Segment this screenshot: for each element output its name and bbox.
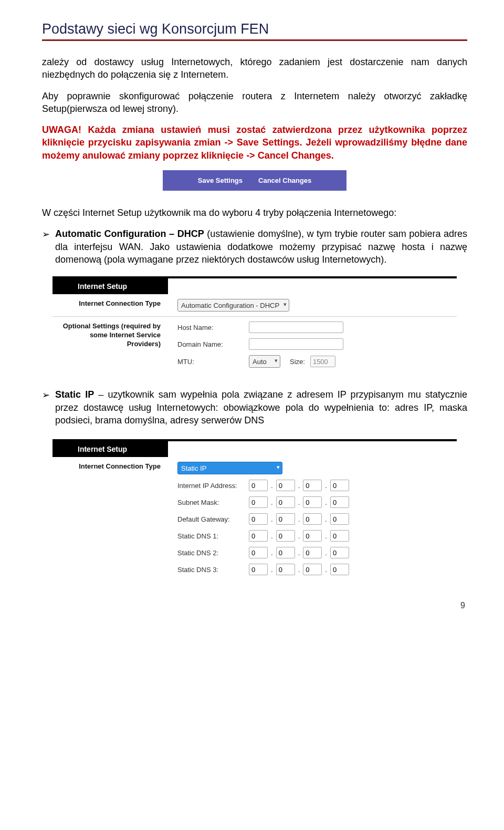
ip-octet-input[interactable] [330, 480, 349, 491]
paragraph-2: Aby poprawnie skonfigurować połączenie r… [42, 90, 467, 116]
dot-separator: . [298, 566, 300, 574]
ip-octet-input[interactable] [249, 480, 268, 491]
dot-separator: . [271, 482, 273, 490]
label-connection-type: Internet Connection Type [52, 294, 168, 314]
bullet-static-ip: ➢ Static IP – uzytkownik sam wypełnia po… [42, 388, 467, 427]
connection-type-select[interactable]: Automatic Configuration - DHCP [177, 299, 289, 312]
chevron-icon: ➢ [42, 229, 50, 266]
ip-octet-input[interactable] [303, 496, 322, 508]
chevron-icon: ➢ [42, 389, 50, 427]
ip-octet-input[interactable] [303, 547, 322, 558]
dot-separator: . [298, 549, 300, 557]
ip-octet-input[interactable] [303, 530, 322, 542]
doc-header: Podstawy sieci wg Konsorcjum FEN [42, 21, 467, 41]
save-button-label: Save Settings [198, 177, 243, 184]
dot-separator: . [271, 515, 273, 523]
save-buttons-illustration: Save Settings Cancel Changes [163, 170, 346, 191]
dns1-label: Static DNS 1: [177, 532, 246, 540]
mtu-label: MTU: [177, 358, 246, 366]
dot-separator: . [325, 549, 327, 557]
default-gateway-label: Default Gateway: [177, 515, 246, 523]
dot-separator: . [325, 566, 327, 574]
subnet-mask-group: . . . [249, 496, 349, 508]
ip-octet-input[interactable] [330, 547, 349, 558]
ip-octet-input[interactable] [276, 513, 295, 525]
dot-separator: . [298, 499, 300, 506]
ip-octet-input[interactable] [249, 513, 268, 525]
ip-octet-input[interactable] [303, 513, 322, 525]
ip-octet-input[interactable] [249, 564, 268, 575]
ip-octet-input[interactable] [330, 564, 349, 575]
dns3-group: . . . [249, 564, 349, 575]
dns2-group: . . . [249, 547, 349, 558]
dot-separator: . [298, 515, 300, 523]
router-panel-static: Internet Setup Internet Connection Type … [52, 439, 457, 580]
ip-octet-input[interactable] [330, 513, 349, 525]
host-name-label: Host Name: [177, 324, 246, 331]
connection-type-select[interactable]: Static IP [177, 462, 282, 474]
domain-name-label: Domain Name: [177, 340, 246, 348]
ip-octet-input[interactable] [276, 547, 295, 558]
ip-octet-input[interactable] [330, 530, 349, 542]
ip-address-group: . . . [249, 480, 349, 491]
ip-octet-input[interactable] [249, 547, 268, 558]
dot-separator: . [298, 532, 300, 540]
host-name-input[interactable] [249, 321, 343, 333]
warning-paragraph: UWAGA! Każda zmiana ustawień musi zostać… [42, 123, 467, 162]
bullet-dhcp: ➢ Automatic Configuration – DHCP (ustawi… [42, 227, 467, 266]
dns1-group: . . . [249, 530, 349, 542]
router-panel-dhcp: Internet Setup Internet Connection Type … [52, 276, 457, 372]
size-input [310, 356, 335, 367]
ip-octet-input[interactable] [303, 564, 322, 575]
ip-octet-input[interactable] [249, 530, 268, 542]
bullet-static-ip-text: Static IP – uzytkownik sam wypełnia pola… [55, 388, 467, 427]
paragraph-4-intro: W części Internet Setup użytkownik ma do… [42, 206, 467, 219]
dot-separator: . [325, 532, 327, 540]
ip-octet-input[interactable] [276, 480, 295, 491]
panel-title: Internet Setup [52, 441, 168, 457]
panel-title: Internet Setup [52, 278, 168, 294]
dot-separator: . [271, 532, 273, 540]
label-optional-settings: Optional Settings (required by some Inte… [52, 317, 168, 354]
ip-address-label: Internet IP Address: [177, 482, 246, 490]
cancel-button-label: Cancel Changes [258, 177, 311, 184]
paragraph-1: zależy od dostawcy usług Internetowych, … [42, 56, 467, 81]
ip-octet-input[interactable] [276, 496, 295, 508]
ip-octet-input[interactable] [276, 564, 295, 575]
dot-separator: . [325, 515, 327, 523]
default-gateway-group: . . . [249, 513, 349, 525]
dot-separator: . [325, 482, 327, 490]
domain-name-input[interactable] [249, 338, 343, 350]
dot-separator: . [271, 499, 273, 506]
ip-octet-input[interactable] [276, 530, 295, 542]
page-number: 9 [42, 601, 467, 610]
dns2-label: Static DNS 2: [177, 549, 246, 557]
dot-separator: . [325, 499, 327, 506]
dot-separator: . [298, 482, 300, 490]
label-connection-type: Internet Connection Type [52, 457, 168, 476]
bullet-dhcp-text: Automatic Configuration – DHCP (ustawien… [55, 227, 467, 266]
ip-octet-input[interactable] [303, 480, 322, 491]
mtu-select[interactable]: Auto [249, 355, 280, 368]
subnet-mask-label: Subnet Mask: [177, 499, 246, 506]
dot-separator: . [271, 566, 273, 574]
ip-octet-input[interactable] [249, 496, 268, 508]
dns3-label: Static DNS 3: [177, 566, 246, 574]
dot-separator: . [271, 549, 273, 557]
ip-octet-input[interactable] [330, 496, 349, 508]
size-label: Size: [290, 358, 305, 366]
